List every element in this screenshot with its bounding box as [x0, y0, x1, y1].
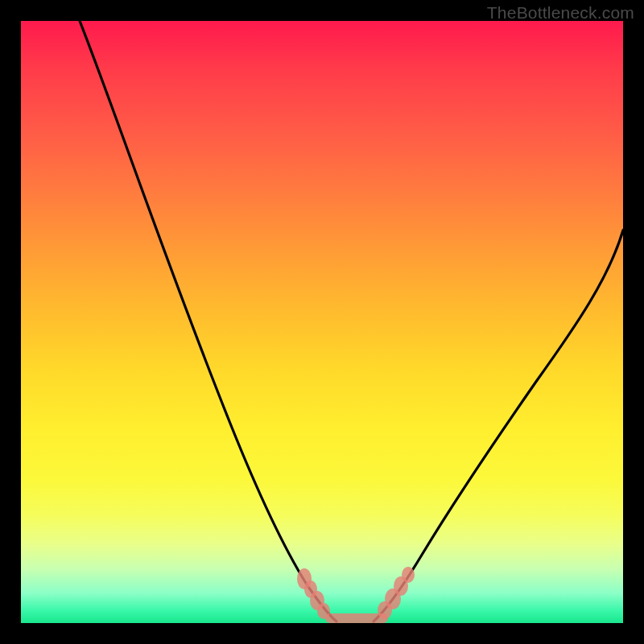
flat-bottom-band — [325, 613, 388, 623]
marker-dot — [402, 567, 415, 583]
curve-layer — [21, 21, 623, 623]
plot-area — [21, 21, 623, 623]
chart-frame: TheBottleneck.com — [0, 0, 644, 644]
watermark-text: TheBottleneck.com — [487, 3, 634, 23]
right-curve — [374, 230, 623, 621]
marker-dot — [317, 603, 330, 619]
left-curve — [80, 21, 336, 621]
